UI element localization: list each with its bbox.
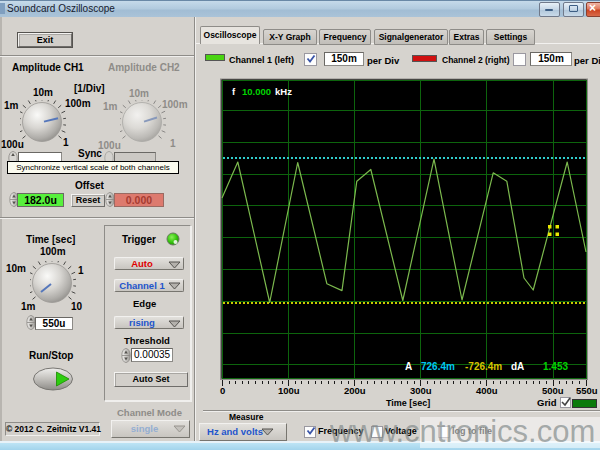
- svg-text:726.4m: 726.4m: [421, 361, 455, 372]
- svg-text:kHz: kHz: [275, 86, 292, 97]
- svg-text:A: A: [405, 361, 412, 372]
- svg-text:-726.4m: -726.4m: [465, 361, 502, 372]
- svg-text:10.000: 10.000: [242, 86, 271, 97]
- svg-text:dA: dA: [511, 361, 524, 372]
- svg-text:1.453: 1.453: [543, 361, 568, 372]
